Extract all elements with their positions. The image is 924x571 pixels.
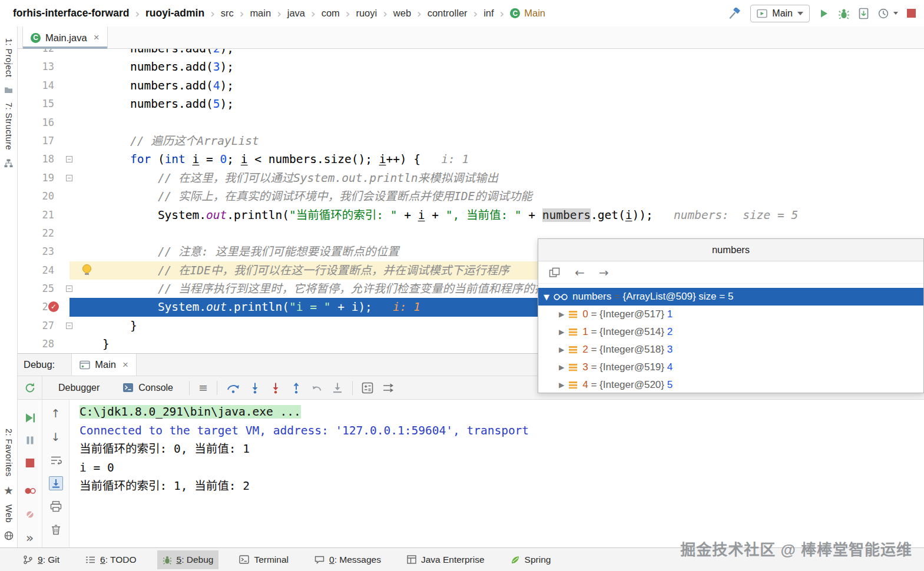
run-with-coverage-button[interactable] (859, 8, 869, 19)
globe-icon[interactable] (4, 531, 14, 540)
code-line-20[interactable]: 20 // 实际上，在真实的调试环境中，我们会设置断点并使用IDE的调试功能 (18, 187, 924, 205)
code-line-15[interactable]: 15 numbers.add(5); (18, 95, 924, 113)
drop-frame-button[interactable] (311, 383, 323, 393)
statusbar-item-java-enterprise[interactable]: Java Enterprise (402, 550, 490, 569)
star-icon[interactable]: ★ (4, 485, 14, 496)
step-out-button[interactable] (290, 382, 302, 394)
print-button[interactable] (50, 501, 62, 512)
variable-row-index-3[interactable]: ▶3 = {Integer@519} 4 (538, 358, 923, 376)
folder-icon[interactable] (4, 86, 13, 94)
tool-window-button-2-favorites[interactable]: 2: Favorites (4, 429, 14, 477)
arrow-down-button[interactable]: ↓ (51, 431, 61, 443)
mute-breakpoints-button[interactable] (25, 510, 35, 519)
line-number[interactable]: 27 (18, 317, 54, 335)
breadcrumb-item-ruoyi-admin[interactable]: ruoyi-admin (145, 7, 204, 19)
variable-row-index-4[interactable]: ▶4 = {Integer@520} 5 (538, 376, 923, 394)
line-number[interactable]: 16 (18, 114, 54, 132)
line-number[interactable]: 15 (18, 95, 54, 113)
console-output[interactable]: C:\jdk1.8.0_291\bin\java.exe ...Connecte… (69, 400, 924, 547)
chevron-collapsed-icon[interactable]: ▶ (559, 328, 564, 336)
layout-settings-icon[interactable]: ≡ (198, 382, 208, 393)
chevron-collapsed-icon[interactable]: ▶ (559, 381, 564, 389)
breadcrumb-item-web[interactable]: web (393, 8, 411, 19)
line-number[interactable]: 14 (18, 77, 54, 95)
debug-session-tab[interactable]: Main × (71, 354, 137, 376)
tool-window-button-7-structure[interactable]: 7: Structure (4, 102, 14, 150)
variable-row-numbers[interactable]: ▼numbers = {ArrayList@509} size = 5 (538, 288, 923, 306)
line-number[interactable]: 20 (18, 187, 54, 205)
breadcrumb-item-com[interactable]: com (322, 8, 340, 19)
console-line[interactable]: C:\jdk1.8.0_291\bin\java.exe ... (80, 403, 924, 421)
run-config-selector[interactable]: Main (750, 5, 810, 22)
more-button[interactable]: » (26, 532, 34, 545)
statusbar-item-terminal[interactable]: Terminal (234, 550, 294, 569)
soft-wrap-button[interactable] (50, 455, 62, 466)
code-line-14[interactable]: 14 numbers.add(4); (18, 77, 924, 95)
add-watch-button[interactable] (549, 267, 561, 278)
variable-row-index-1[interactable]: ▶1 = {Integer@514} 2 (538, 323, 923, 341)
console-line[interactable]: i = 0 (80, 459, 924, 477)
forward-button[interactable]: → (599, 267, 609, 278)
breadcrumb-item-java[interactable]: java (287, 8, 305, 19)
line-number[interactable]: 13 (18, 58, 54, 76)
chevron-down-icon[interactable] (893, 12, 898, 15)
fold-marker-icon[interactable] (66, 156, 72, 162)
step-into-button[interactable] (249, 382, 261, 394)
code-line-12[interactable]: 12 numbers.add(2); (18, 49, 924, 58)
view-breakpoints-button[interactable] (24, 486, 36, 496)
console-line[interactable]: 当前循环的索引: 1, 当前值: 2 (80, 477, 924, 496)
code-line-13[interactable]: 13 numbers.add(3); (18, 58, 924, 76)
breadcrumb-class-main[interactable]: CMain (510, 8, 545, 19)
statusbar-item-5-debug[interactable]: 5: Debug (157, 550, 219, 569)
line-number[interactable]: 19 (18, 169, 54, 187)
force-step-into-button[interactable] (270, 382, 281, 394)
resume-button[interactable] (24, 413, 35, 423)
chevron-collapsed-icon[interactable]: ▶ (559, 346, 564, 354)
breadcrumb-item-inf[interactable]: inf (483, 8, 494, 19)
breakpoint-icon[interactable]: ✓ (48, 301, 59, 312)
step-over-button[interactable] (226, 382, 240, 394)
arrow-up-button[interactable]: ↑ (51, 408, 61, 419)
variable-row-index-0[interactable]: ▶0 = {Integer@517} 1 (538, 306, 923, 323)
fold-marker-icon[interactable] (66, 323, 72, 329)
statusbar-item-0-messages[interactable]: 0: Messages (309, 550, 386, 569)
build-hammer-icon[interactable] (728, 8, 741, 19)
stop-red-button[interactable] (25, 459, 34, 467)
line-number[interactable]: 28 (18, 335, 54, 353)
close-icon[interactable]: × (122, 359, 128, 371)
fold-marker-icon[interactable] (66, 175, 72, 181)
line-number[interactable]: 21 (18, 206, 54, 224)
code-line-18[interactable]: 18 for (int i = 0; i < numbers.size(); i… (18, 150, 924, 168)
tool-window-button-1-project[interactable]: 1: Project (4, 38, 14, 77)
editor-tab-main-java[interactable]: C Main.java × (22, 26, 108, 49)
run-to-cursor-button[interactable] (332, 382, 343, 394)
line-number[interactable]: 24 (18, 261, 54, 280)
code-line-19[interactable]: 19 // 在这里，我们可以通过System.out.println来模拟调试输… (18, 169, 924, 187)
pause-button[interactable] (25, 436, 35, 445)
view-tab-console[interactable]: Console (115, 376, 180, 399)
view-tab-debugger[interactable]: Debugger (51, 376, 107, 399)
variable-row-index-2[interactable]: ▶2 = {Integer@518} 3 (538, 341, 923, 358)
debug-button[interactable] (838, 8, 850, 19)
line-number[interactable]: 17 (18, 132, 54, 150)
line-number[interactable]: 22 (18, 224, 54, 243)
back-button[interactable]: ← (575, 267, 585, 278)
code-line-21[interactable]: 21 System.out.println("当前循环的索引: " + i + … (18, 206, 924, 224)
line-number[interactable]: 23 (18, 243, 54, 261)
tool-window-button-web[interactable]: Web (4, 504, 14, 523)
chevron-collapsed-icon[interactable]: ▶ (559, 363, 564, 371)
structure-icon[interactable] (4, 159, 13, 168)
profiler-button[interactable] (877, 8, 889, 19)
run-button[interactable] (819, 8, 829, 19)
chevron-expanded-icon[interactable]: ▼ (544, 293, 549, 301)
stop-button[interactable] (907, 9, 916, 18)
statusbar-item-6-todo[interactable]: 6: TODO (80, 550, 141, 569)
breadcrumb-item-ruoyi[interactable]: ruoyi (356, 8, 377, 19)
clear-trash-button[interactable] (51, 524, 61, 535)
chevron-collapsed-icon[interactable]: ▶ (559, 310, 564, 318)
breadcrumb-item-main[interactable]: main (250, 8, 271, 19)
line-number[interactable]: 18 (18, 150, 54, 168)
code-line-16[interactable]: 16 (18, 114, 924, 132)
rerun-icon[interactable] (24, 382, 36, 394)
fold-marker-icon[interactable] (66, 286, 72, 292)
